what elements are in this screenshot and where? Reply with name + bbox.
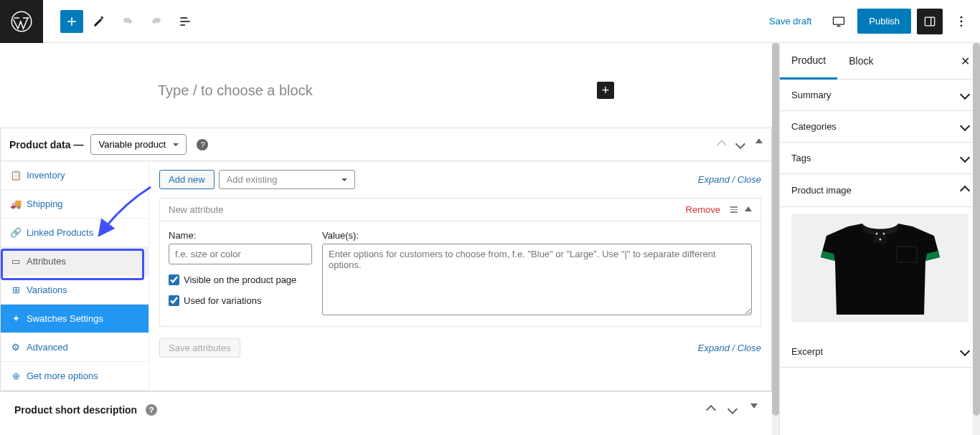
panel-product-image[interactable]: Product image: [780, 174, 980, 207]
publish-button[interactable]: Publish: [857, 9, 911, 34]
save-draft-button[interactable]: Save draft: [760, 10, 820, 32]
visible-checkbox[interactable]: [169, 274, 179, 285]
svg-rect-3: [180, 24, 185, 26]
toolbar-right: Save draft Publish: [760, 9, 980, 34]
svg-point-10: [875, 233, 877, 235]
attribute-header-icons: [730, 206, 752, 213]
values-label: Value(s):: [322, 230, 752, 241]
chevron-down-icon: [961, 153, 969, 163]
scrollbar-thumb[interactable]: [772, 43, 779, 416]
block-placeholder-row: Type / to choose a block +: [0, 43, 772, 128]
preview-icon[interactable]: [826, 9, 852, 34]
inventory-icon: 📋: [11, 170, 21, 181]
toolbar-left: [0, 0, 198, 42]
variations-checkbox[interactable]: [169, 295, 179, 306]
drag-handle-icon[interactable]: [730, 206, 738, 213]
sidebar-tab-block[interactable]: Block: [837, 44, 885, 78]
panel-excerpt[interactable]: Excerpt: [780, 336, 980, 368]
sidebar-scrollbar[interactable]: [973, 43, 980, 435]
visible-checkbox-row[interactable]: Visible on the product page: [169, 274, 312, 285]
scrollbar-thumb[interactable]: [973, 43, 980, 416]
product-image-body: [780, 207, 980, 336]
attribute-card: New attribute Remove Name: Visib: [159, 198, 761, 327]
panel-summary[interactable]: Summary: [780, 80, 980, 111]
edit-icon[interactable]: [86, 9, 112, 34]
attributes-panel-top: Add new Add existing Expand / Close: [159, 170, 761, 189]
attribute-body: Name: Visible on the product page Used f…: [160, 221, 760, 326]
block-placeholder[interactable]: Type / to choose a block: [158, 82, 597, 99]
save-attributes-button: Save attributes: [159, 338, 240, 358]
expand-close-link-bottom[interactable]: Expand / Close: [698, 343, 761, 353]
options-icon[interactable]: [948, 9, 974, 34]
tab-shipping[interactable]: 🚚Shipping: [1, 190, 149, 219]
svg-rect-4: [834, 17, 844, 24]
product-type-select[interactable]: Variable product: [90, 134, 187, 155]
product-data-label: Product data —: [9, 139, 83, 150]
expand-close-link[interactable]: Expand / Close: [698, 174, 761, 185]
panel-tags[interactable]: Tags: [780, 143, 980, 174]
short-desc-label: Product short description: [14, 404, 137, 416]
redo-icon: [143, 9, 169, 34]
collapse-attr-icon[interactable]: [745, 206, 752, 211]
expand-icon[interactable]: [750, 403, 758, 408]
attribute-title: New attribute: [169, 204, 224, 215]
swatches-icon: ✦: [11, 313, 21, 324]
svg-point-6: [961, 16, 963, 18]
outline-icon[interactable]: [172, 9, 198, 34]
chevron-down-icon: [961, 121, 969, 132]
move-up-icon[interactable]: [718, 138, 725, 150]
editor-scrollbar[interactable]: [772, 43, 779, 435]
tab-linked-products[interactable]: 🔗Linked Products: [1, 219, 149, 247]
advanced-icon: ⚙: [11, 342, 21, 353]
svg-rect-5: [925, 17, 934, 26]
add-block-button[interactable]: [60, 10, 83, 33]
more-icon: ⊕: [11, 371, 21, 381]
product-data-body: 📋Inventory 🚚Shipping 🔗Linked Products ▭A…: [1, 161, 771, 391]
tab-inventory[interactable]: 📋Inventory: [1, 161, 149, 190]
tab-variations[interactable]: ⊞Variations: [1, 276, 149, 305]
move-down-icon[interactable]: [729, 403, 736, 416]
help-icon[interactable]: ?: [146, 404, 157, 416]
tab-more-options[interactable]: ⊕Get more options: [1, 362, 149, 391]
product-image-thumbnail[interactable]: [791, 214, 969, 322]
collapse-icon[interactable]: [755, 138, 763, 143]
tab-advanced[interactable]: ⚙Advanced: [1, 333, 149, 362]
attribute-card-header: New attribute Remove: [160, 199, 760, 221]
tab-swatches[interactable]: ✦Swatches Settings: [1, 305, 149, 333]
attributes-panel: Add new Add existing Expand / Close New …: [149, 161, 771, 391]
add-existing-select[interactable]: Add existing: [219, 170, 355, 189]
shirt-image: [812, 218, 948, 318]
product-data-tabs: 📋Inventory 🚚Shipping 🔗Linked Products ▭A…: [1, 161, 149, 391]
remove-attribute-button[interactable]: Remove: [686, 204, 720, 215]
chevron-down-icon: [961, 346, 969, 357]
chevron-up-icon: [961, 184, 969, 196]
short-description-header: Product short description ?: [0, 391, 772, 427]
wp-logo[interactable]: [0, 0, 43, 43]
variations-checkbox-row[interactable]: Used for variations: [169, 295, 312, 306]
sidebar-tab-product[interactable]: Product: [780, 43, 837, 80]
add-block-inline-button[interactable]: +: [597, 82, 614, 99]
undo-icon: [115, 9, 141, 34]
top-toolbar: Save draft Publish: [0, 0, 980, 43]
help-icon[interactable]: ?: [197, 139, 208, 150]
move-up-icon[interactable]: [707, 403, 715, 416]
attributes-panel-bottom: Save attributes Expand / Close: [159, 338, 761, 358]
variations-icon: ⊞: [11, 285, 21, 295]
svg-rect-9: [874, 231, 887, 244]
svg-point-7: [961, 20, 963, 22]
panel-toggle-icon[interactable]: [917, 9, 943, 34]
move-down-icon[interactable]: [737, 138, 744, 150]
panel-categories[interactable]: Categories: [780, 111, 980, 143]
settings-sidebar: Product Block ✕ Summary Categories Tags …: [779, 43, 980, 435]
sidebar-tabs: Product Block ✕: [780, 43, 980, 80]
add-new-attribute-button[interactable]: Add new: [159, 170, 215, 189]
panel-controls: [718, 138, 763, 150]
svg-point-11: [882, 233, 885, 235]
attribute-name-input[interactable]: [169, 244, 312, 264]
shipping-icon: 🚚: [11, 199, 21, 209]
short-desc-controls: [707, 403, 758, 416]
tab-attributes[interactable]: ▭Attributes: [1, 247, 149, 276]
chevron-down-icon: [961, 90, 969, 100]
attribute-values-textarea[interactable]: [322, 244, 752, 315]
svg-rect-1: [180, 17, 187, 19]
